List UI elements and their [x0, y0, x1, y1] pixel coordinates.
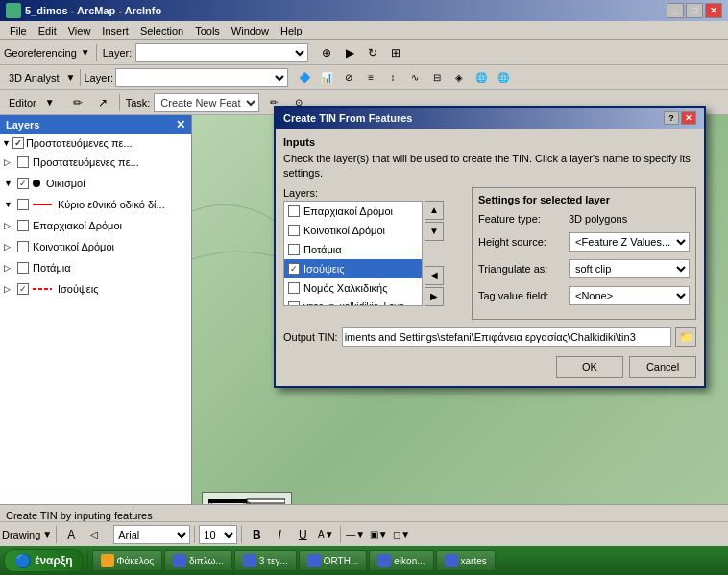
settings-title: Settings for selected layer [478, 194, 690, 205]
dialog-cancel-btn[interactable]: Cancel [629, 356, 696, 378]
triangulate-label: Triangulate as: [478, 263, 565, 275]
dlg-layer-chk-5[interactable] [288, 301, 300, 306]
output-path-field[interactable]: iments and Settings\stefani\Επιφάνεια ερ… [342, 327, 671, 347]
tag-field-combo[interactable]: <None> [569, 286, 690, 305]
feature-type-value: 3D polygons [569, 213, 690, 225]
dialog-title-bar: Create TIN From Features ? ✕ [276, 108, 704, 129]
triangulate-row: Triangulate as: soft clip [478, 259, 690, 278]
tag-field-row: Tag value field: <None> [478, 286, 690, 305]
dlg-layer-5[interactable]: ypso_n_xalkidikis_Laye... [284, 298, 422, 306]
triangulate-combo[interactable]: soft clip [569, 259, 690, 278]
dialog-help-btn[interactable]: ? [664, 111, 679, 125]
settings-panel: Settings for selected layer Feature type… [472, 187, 696, 320]
dlg-layer-4[interactable]: Νομός Χαλκιδικής [284, 278, 422, 298]
layers-panel-label: Layers: [283, 187, 464, 199]
list-next-btn[interactable]: ▶ [425, 287, 444, 306]
dlg-layer-2[interactable]: Ποτάμια [284, 240, 422, 259]
dialog-layers-panel: Layers: Επαρχιακοί Δρόμοι Κοινοτικοί Δρό… [283, 187, 464, 320]
dialog-ok-btn[interactable]: OK [556, 356, 623, 378]
dialog-buttons: OK Cancel [283, 356, 696, 378]
height-source-row: Height source: <Feature Z Values... [478, 232, 690, 252]
list-up-btn[interactable]: ▲ [425, 201, 444, 220]
dialog-title-controls: ? ✕ [664, 111, 696, 125]
dlg-layer-chk-2[interactable] [288, 244, 300, 255]
dlg-layer-0[interactable]: Επαρχιακοί Δρόμοι [284, 202, 422, 221]
dlg-layer-chk-0[interactable] [288, 205, 300, 217]
dialog-body: Inputs Check the layer(s) that will be u… [276, 129, 704, 386]
dlg-layer-chk-4[interactable] [288, 282, 300, 294]
inputs-label: Inputs [283, 136, 696, 148]
height-source-label: Height source: [478, 236, 565, 248]
dlg-layer-chk-3[interactable] [288, 263, 300, 275]
dialog-title-text: Create TIN From Features [283, 112, 412, 124]
dlg-layer-3[interactable]: Ισούψεις [284, 259, 422, 278]
dialog-layers-listbox[interactable]: Επαρχιακοί Δρόμοι Κοινοτικοί Δρόμοι Ποτά… [283, 201, 423, 306]
tag-field-label: Tag value field: [478, 290, 565, 301]
output-label: Output TIN: [283, 331, 338, 343]
feature-type-row: Feature type: 3D polygons [478, 213, 690, 225]
modal-overlay: Create TIN From Features ? ✕ Inputs Chec… [0, 0, 728, 575]
list-down-btn[interactable]: ▼ [425, 222, 444, 241]
height-source-combo[interactable]: <Feature Z Values... [569, 232, 690, 252]
dialog-description: Check the layer(s) that will be used to … [283, 152, 696, 181]
output-row: Output TIN: iments and Settings\stefani\… [283, 327, 696, 347]
dlg-layer-chk-1[interactable] [288, 225, 300, 236]
create-tin-dialog: Create TIN From Features ? ✕ Inputs Chec… [274, 106, 706, 388]
feature-type-label: Feature type: [478, 213, 565, 225]
output-browse-btn[interactable]: 📁 [675, 327, 696, 347]
dlg-layer-1[interactable]: Κοινοτικοί Δρόμοι [284, 221, 422, 240]
list-prev-btn[interactable]: ◀ [425, 266, 444, 285]
dialog-content: Layers: Επαρχιακοί Δρόμοι Κοινοτικοί Δρό… [283, 187, 696, 320]
dialog-close-btn[interactable]: ✕ [681, 111, 696, 125]
